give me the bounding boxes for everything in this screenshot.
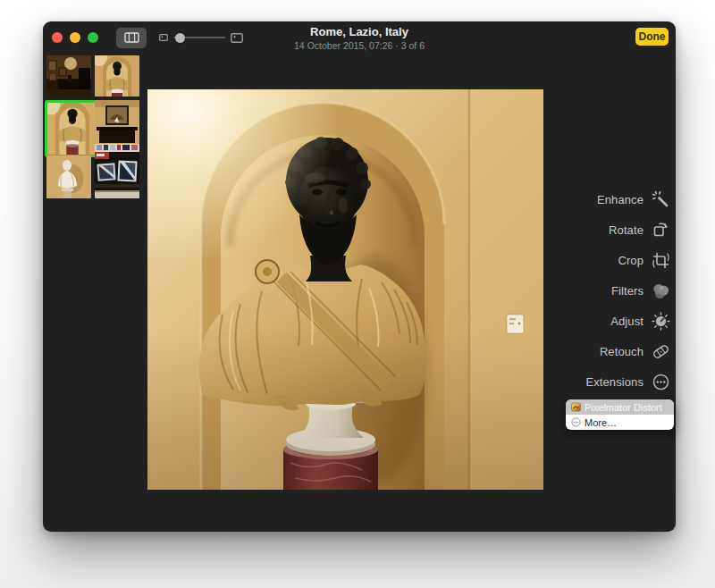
extensions-popup-menu: Pixelmator Distort More… [566,399,674,430]
white-bust-image [46,155,91,198]
thumbnail-1-room-interior[interactable] [46,55,91,98]
tool-enhance[interactable]: Enhance [597,189,670,209]
thumbnail-browser-toggle-button[interactable] [116,28,147,48]
bandage-icon [652,342,670,361]
filters-icon [652,281,670,300]
tool-retouch-label: Retouch [600,345,644,358]
menu-item-label: More… [585,417,617,428]
pixelmator-distort-app-icon [571,402,581,412]
tool-filters-label: Filters [611,284,644,298]
traffic-lights [52,32,98,43]
large-image-icon [231,33,243,43]
photos-edit-window: Rome, Lazio, Italy 14 October 2015, 07:2… [43,21,676,532]
tool-crop[interactable]: Crop [618,250,670,270]
rotate-icon [652,221,670,239]
magic-wand-icon [652,190,670,209]
thumbnail-3-bust-in-niche-selected[interactable] [45,100,100,157]
thumbnail-6-dark-shelf[interactable] [95,152,139,198]
ellipsis-circle-icon [652,373,670,391]
tool-adjust-label: Adjust [610,315,644,328]
thumbnail-4-painting-cabinet[interactable] [95,100,139,152]
zoom-slider[interactable] [159,33,243,43]
page-title: Rome, Lazio, Italy [294,25,425,39]
dark-shelf-image [95,152,139,198]
menu-item-more[interactable]: More… [566,415,674,430]
tool-extensions[interactable]: Extensions [585,372,670,391]
selected-bust-image [47,103,97,155]
titlebar-text: Rome, Lazio, Italy 14 October 2015, 07:2… [294,25,425,52]
painting-cabinet-image [95,100,139,152]
done-button[interactable]: Done [635,28,669,46]
small-image-icon [159,34,168,41]
bust-in-niche-image [95,55,139,97]
room-interior-image [46,55,91,98]
menu-item-pixelmator-distort[interactable]: Pixelmator Distort [566,399,674,415]
thumbnail-5-white-bust[interactable] [46,155,91,198]
tool-retouch[interactable]: Retouch [600,341,670,361]
menu-item-label: Pixelmator Distort [585,402,662,413]
tool-rotate[interactable]: Rotate [609,220,670,239]
minimize-button[interactable] [70,32,80,43]
tool-extensions-label: Extensions [585,375,644,389]
main-photo-bust-of-roman-emperor [147,89,543,490]
tool-filters[interactable]: Filters [611,281,670,300]
close-button[interactable] [52,32,63,43]
tool-adjust[interactable]: Adjust [610,311,670,331]
adjust-icon [652,312,670,331]
tool-crop-label: Crop [618,254,644,267]
thumbnail-2-bust-in-niche[interactable] [95,55,139,97]
tool-rotate-label: Rotate [609,223,644,237]
more-ellipsis-icon [571,417,581,427]
crop-icon [652,251,670,270]
zoom-window-button[interactable] [88,32,98,43]
titlebar: Rome, Lazio, Italy 14 October 2015, 07:2… [43,21,676,54]
thumbnail-browser-icon [124,32,139,43]
zoom-slider-track[interactable] [173,37,225,38]
tool-enhance-label: Enhance [597,193,644,206]
photo-date-counter: 14 October 2015, 07:26 · 3 of 6 [294,40,425,52]
zoom-slider-thumb[interactable] [175,33,185,43]
